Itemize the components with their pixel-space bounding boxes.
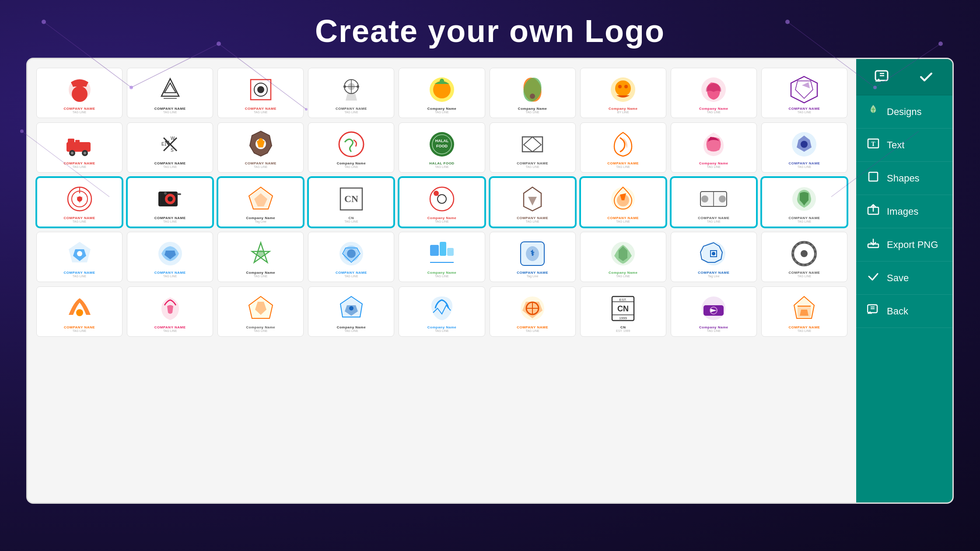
logo-label-40: Company Name [337, 325, 366, 329]
sidebar-item-images[interactable]: Images [856, 195, 952, 228]
logo-card-4[interactable]: COMPANY NAMETAG LINE [308, 68, 394, 118]
save-icon [867, 270, 880, 286]
logo-card-37[interactable]: COMPANY NANETAG LINE [36, 286, 122, 337]
logo-card-25[interactable]: COMPANY NAMETAG LINE [580, 177, 666, 227]
logo-sublabel-15: TAG LINE [525, 165, 539, 168]
logo-sublabel-36: TAG LINE [798, 275, 811, 278]
logo-sublabel-9: TAG LINE [798, 111, 811, 114]
logo-icon-5 [427, 74, 457, 105]
logo-sublabel-8: TAG LINE [707, 111, 721, 114]
logo-card-8[interactable]: Company NameTAG LINE [671, 68, 757, 118]
logo-label-44: Company Name [699, 325, 728, 329]
sidebar-item-back[interactable]: Back [856, 295, 952, 328]
logo-card-29[interactable]: COMPANY NAMETAG LINE [127, 232, 213, 282]
sidebar-item-shapes[interactable]: Shapes [856, 162, 952, 195]
logo-sublabel-4: TAG LINE [344, 111, 358, 114]
logo-card-5[interactable]: Company NameTAG LINE [399, 68, 485, 118]
logo-label-37: COMPANY NANE [64, 325, 95, 329]
svg-rect-95 [440, 242, 446, 256]
back-icon [867, 303, 880, 319]
logo-card-22[interactable]: CNCNTAG LINE [308, 177, 394, 227]
logo-card-31[interactable]: COMPANY NAMETAG LINE [308, 232, 394, 282]
logo-card-11[interactable]: NWSECOMPANY NAMETAG LINE [127, 122, 213, 173]
svg-point-76 [430, 187, 454, 211]
svg-point-106 [76, 309, 83, 316]
logo-icon-11: NWSE [155, 129, 186, 160]
svg-rect-94 [430, 245, 439, 256]
logo-card-27[interactable]: COMPANY NAMETAG LINE [761, 177, 847, 227]
logo-card-39[interactable]: Company NameTAG LINE [217, 286, 304, 337]
logo-icon-28 [64, 238, 95, 269]
logo-card-28[interactable]: COMPANY NAMETAG LINE [36, 232, 122, 282]
logo-sublabel-41: TAG LINE [435, 329, 448, 332]
logo-label-31: COMPANY NAME [336, 271, 367, 275]
logo-label-23: Company Name [427, 216, 456, 220]
logo-sublabel-28: TAG LINE [73, 275, 86, 278]
logo-card-13[interactable]: Company NameTAG LINE [308, 122, 394, 173]
logo-card-21[interactable]: Company NameTag Line [217, 177, 304, 227]
logo-card-40[interactable]: Company NameTAG LINE [308, 286, 394, 337]
logo-card-1[interactable]: COMPANY NAMETAG LINE [36, 68, 122, 118]
sidebar-item-text[interactable]: T Text [856, 129, 952, 162]
svg-point-33 [521, 75, 544, 103]
logo-label-39: Company Name [246, 325, 275, 329]
logo-label-12: COMPANY NAME [245, 161, 276, 165]
logo-sublabel-34: TAG LINE [616, 275, 630, 278]
svg-point-16 [72, 86, 88, 102]
logo-card-32[interactable]: Company NameTAG LINE [399, 232, 485, 282]
sidebar-item-export[interactable]: Export PNG [856, 228, 952, 262]
logo-card-17[interactable]: Company NameTAG LINE [671, 122, 757, 173]
logo-card-42[interactable]: COMPANY NAMETAG LINE [490, 286, 576, 337]
svg-point-34 [530, 94, 535, 99]
logo-sublabel-45: TAG LINE [798, 329, 811, 332]
logo-card-30[interactable]: Company NameTAG LINE [217, 232, 304, 282]
svg-point-86 [719, 195, 726, 202]
logo-label-25: COMPANY NAME [607, 216, 639, 220]
logo-card-43[interactable]: EST.CN1999CNEST. 1999 [580, 286, 666, 337]
logo-card-10[interactable]: COMPANY NAMETAG LINE [36, 122, 122, 173]
logo-card-19[interactable]: COMPANY NAMETAG LINE [36, 177, 122, 227]
logo-card-9[interactable]: COMPANY NAMETAG LINE [761, 68, 847, 118]
svg-point-102 [712, 252, 715, 255]
logo-icon-38 [155, 293, 186, 324]
logo-card-15[interactable]: COMPANY NAMETAG LINE [490, 122, 576, 173]
logo-card-12[interactable]: COMPANY NAMETAG LINE [217, 122, 304, 173]
logo-card-38[interactable]: COMPANY NAMETAG LINE [127, 286, 213, 337]
svg-rect-61 [522, 137, 542, 152]
logo-label-5: Company Name [427, 107, 456, 111]
check-top-button[interactable] [915, 66, 937, 88]
svg-point-31 [440, 79, 444, 83]
logo-card-33[interactable]: ⚕COMPANY NAMETag Line [490, 232, 576, 282]
logo-icon-22: CN [336, 184, 367, 214]
logo-card-6[interactable]: Company NameTAG LINE [490, 68, 576, 118]
logo-icon-21 [245, 184, 276, 214]
logo-card-44[interactable]: Company NameTAG LINE [671, 286, 757, 337]
logo-card-41[interactable]: Company NameTAG LINE [399, 286, 485, 337]
logo-card-23[interactable]: Company NameTAG LINE [399, 177, 485, 227]
svg-point-93 [347, 249, 356, 258]
sidebar-item-designs[interactable]: Designs [856, 95, 952, 129]
logo-label-11: COMPANY NAME [154, 161, 186, 165]
logo-card-26[interactable]: COMPANY NAMETAG LINE [671, 177, 757, 227]
sidebar-item-save[interactable]: Save [856, 262, 952, 295]
logo-card-2[interactable]: COMPANY NAMETAG LINE [127, 68, 213, 118]
logo-card-20[interactable]: COMPANY NAMETAG LINE [127, 177, 213, 227]
logo-card-34[interactable]: Company NameTAG LINE [580, 232, 666, 282]
logo-label-26: COMPANY NAME [698, 216, 729, 220]
logo-card-16[interactable]: COMPANY NAMETAG LINE [580, 122, 666, 173]
page-title: Create your own Logo [0, 0, 980, 58]
logo-icon-37 [64, 293, 95, 324]
logo-sublabel-32: TAG LINE [435, 275, 448, 278]
logo-card-7[interactable]: Company NameBY LINE [580, 68, 666, 118]
logo-card-35[interactable]: COMPANY NAMETag Line [671, 232, 757, 282]
logo-card-18[interactable]: COMPANY NAMETAG LINE [761, 122, 847, 173]
logo-card-36[interactable]: COMPANY NAMETAG LINE [761, 232, 847, 282]
logo-sublabel-40: TAG LINE [344, 329, 358, 332]
logo-card-14[interactable]: HALALFOODHALAL FOODTAG LINE [399, 122, 485, 173]
logo-card-24[interactable]: COMPANY NAMETAG LINE [490, 177, 576, 227]
logo-card-3[interactable]: COMPANY NAMETAG LINE [217, 68, 304, 118]
text-icon: T [867, 137, 880, 153]
logo-label-7: Company Name [609, 107, 637, 111]
logo-card-45[interactable]: COMPANY NAMETAG LINE [761, 286, 847, 337]
back-top-button[interactable] [872, 66, 893, 88]
